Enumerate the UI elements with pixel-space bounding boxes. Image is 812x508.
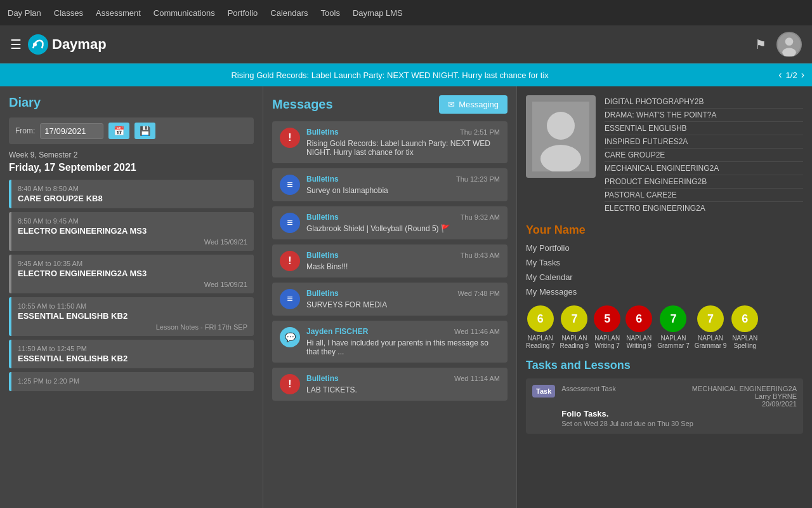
logo-icon xyxy=(28,34,48,55)
diary-event[interactable]: 1:25 PM to 2:20 PM xyxy=(9,372,254,391)
nav-communications[interactable]: Communications xyxy=(154,8,215,18)
message-item[interactable]: ≡ Bulletins Thu 12:23 PM Survey on Islam… xyxy=(272,168,508,201)
diary-event[interactable]: 9:45 AM to 10:35 AM ELECTRO ENGINEERING2… xyxy=(9,255,254,293)
naplan-label: NAPLANGrammar 9 xyxy=(695,335,727,350)
msg-sender: Bulletins xyxy=(306,289,339,298)
task-content: Assessment Task MECHANICAL ENGINEERING2A… xyxy=(561,385,797,427)
diary-event[interactable]: 8:50 AM to 9:45 AM ELECTRO ENGINEERING2A… xyxy=(9,212,254,251)
message-icon: ✉ xyxy=(448,100,455,109)
msg-body: Glazbrook Shield | Volleyball (Round 5) … xyxy=(306,224,500,233)
main-content: Diary From: 📅 💾 Week 9, Semester 2 Frida… xyxy=(0,86,812,508)
course-item[interactable]: PASTORAL CARE2E xyxy=(605,189,803,202)
naplan-item: 6 NAPLANSpelling xyxy=(731,305,758,350)
svg-point-0 xyxy=(29,35,48,54)
course-item[interactable]: DIGITAL PHOTOGRAPHY2B xyxy=(605,95,803,109)
profile-panel: DIGITAL PHOTOGRAPHY2B DRAMA: WHAT'S THE … xyxy=(517,86,812,508)
banner-navigation: ‹ 1/2 › xyxy=(778,69,804,81)
naplan-item: 7 NAPLANReading 9 xyxy=(560,305,589,350)
msg-time: Thu 9:32 AM xyxy=(461,213,500,221)
header-left: ☰ Daymap xyxy=(10,34,107,55)
hamburger-menu[interactable]: ☰ xyxy=(10,37,22,52)
course-item[interactable]: INSPIRED FUTURES2A xyxy=(605,135,803,149)
diary-event[interactable]: 10:55 AM to 11:50 AM ESSENTIAL ENGLISHB … xyxy=(9,297,254,336)
top-navigation: Day Plan Classes Assessment Communicatio… xyxy=(0,0,812,25)
message-item[interactable]: ! Bulletins Thu 2:51 PM Rising Gold Reco… xyxy=(272,121,508,163)
naplan-item: 7 NAPLANGrammar 7 xyxy=(657,305,690,350)
my-messages-link[interactable]: My Messages xyxy=(526,286,803,298)
nav-assessment[interactable]: Assessment xyxy=(96,8,141,18)
profile-top: DIGITAL PHOTOGRAPHY2B DRAMA: WHAT'S THE … xyxy=(526,95,803,215)
task-meta: Set on Wed 28 Jul and due on Thu 30 Sep xyxy=(561,420,797,427)
message-item[interactable]: ! Bulletins Thu 8:43 AM Mask Bins!!! xyxy=(272,244,508,277)
msg-body: Hi all, I have included your parents in … xyxy=(306,338,500,356)
header-right: ⚑ xyxy=(755,32,802,57)
my-tasks-link[interactable]: My Tasks xyxy=(526,257,803,269)
task-course: MECHANICAL ENGINEERING2A xyxy=(692,385,797,392)
naplan-circle: 5 xyxy=(594,305,620,332)
day-label: Friday, 17 September 2021 xyxy=(9,162,254,173)
save-button[interactable]: 💾 xyxy=(134,123,155,139)
svg-point-3 xyxy=(785,37,794,46)
messaging-button[interactable]: ✉ Messaging xyxy=(439,95,508,114)
diary-event[interactable]: 11:50 AM to 12:45 PM ESSENTIAL ENGLISHB … xyxy=(9,340,254,368)
naplan-label: NAPLANReading 9 xyxy=(560,335,589,350)
nav-tools[interactable]: Tools xyxy=(321,8,340,18)
banner-prev-button[interactable]: ‹ xyxy=(778,69,782,81)
naplan-label: NAPLANSpelling xyxy=(732,335,757,350)
message-item[interactable]: ! Bulletins Wed 11:14 AM LAB TICKETS. xyxy=(272,368,508,401)
event-time: 11:50 AM to 12:45 PM xyxy=(18,345,247,352)
event-time: 8:40 AM to 8:50 AM xyxy=(18,185,247,192)
messages-title: Messages xyxy=(272,97,333,112)
naplan-label: NAPLANWriting 9 xyxy=(626,335,652,350)
calendar-button[interactable]: 📅 xyxy=(108,123,129,139)
msg-body: SURVEYS FOR MEDIA xyxy=(306,300,500,309)
msg-sender: Bulletins xyxy=(306,128,339,137)
msg-time: Thu 2:51 PM xyxy=(460,128,500,136)
bulletin-icon: ≡ xyxy=(280,213,300,233)
flag-button[interactable]: ⚑ xyxy=(755,37,766,52)
nav-daymap-lms[interactable]: Daymap LMS xyxy=(353,8,403,18)
msg-time: Wed 11:14 AM xyxy=(454,375,500,382)
banner-next-button[interactable]: › xyxy=(801,69,804,81)
msg-sender: Bulletins xyxy=(306,251,339,260)
message-item[interactable]: 💬 Jayden FISCHER Wed 11:46 AM Hi all, I … xyxy=(272,321,508,363)
nav-calendars[interactable]: Calendars xyxy=(270,8,308,18)
my-portfolio-link[interactable]: My Portfolio xyxy=(526,242,803,254)
my-calendar-link[interactable]: My Calendar xyxy=(526,271,803,283)
banner-message: Rising Gold Records: Label Launch Party:… xyxy=(8,70,772,80)
announcement-banner: Rising Gold Records: Label Launch Party:… xyxy=(0,64,812,86)
event-name: ELECTRO ENGINEERING2A MS3 xyxy=(18,226,247,236)
nav-day-plan[interactable]: Day Plan xyxy=(8,8,41,18)
msg-sender: Jayden FISCHER xyxy=(306,327,368,336)
course-item[interactable]: MECHANICAL ENGINEERING2A xyxy=(605,162,803,175)
diary-panel: Diary From: 📅 💾 Week 9, Semester 2 Frida… xyxy=(0,86,263,508)
logo-text: Daymap xyxy=(52,36,107,53)
event-name: ESSENTIAL ENGLISHB KB2 xyxy=(18,311,247,321)
message-item[interactable]: ≡ Bulletins Wed 7:48 PM SURVEYS FOR MEDI… xyxy=(272,283,508,316)
task-item[interactable]: Task Assessment Task MECHANICAL ENGINEER… xyxy=(526,378,803,434)
msg-body: LAB TICKETS. xyxy=(306,385,500,394)
naplan-item: 5 NAPLANWriting 7 xyxy=(594,305,620,350)
naplan-label: NAPLANReading 7 xyxy=(526,335,555,350)
diary-event[interactable]: 8:40 AM to 8:50 AM CARE GROUP2E KB8 xyxy=(9,180,254,208)
course-item[interactable]: ESSENTIAL ENGLISHB xyxy=(605,122,803,135)
event-name: ESSENTIAL ENGLISHB KB2 xyxy=(18,354,247,363)
naplan-circle: 6 xyxy=(625,305,652,332)
event-name: CARE GROUP2E KB8 xyxy=(18,194,247,203)
nav-portfolio[interactable]: Portfolio xyxy=(228,8,258,18)
nav-classes[interactable]: Classes xyxy=(54,8,83,18)
user-avatar[interactable] xyxy=(776,32,802,57)
app-header: ☰ Daymap ⚑ xyxy=(0,25,812,64)
course-item[interactable]: PRODUCT ENGINEERING2B xyxy=(605,175,803,189)
message-item[interactable]: ≡ Bulletins Thu 9:32 AM Glazbrook Shield… xyxy=(272,206,508,239)
naplan-circle: 7 xyxy=(660,305,686,332)
date-input[interactable] xyxy=(40,123,103,139)
naplan-label: NAPLANGrammar 7 xyxy=(657,335,690,350)
course-item[interactable]: DRAMA: WHAT'S THE POINT?A xyxy=(605,109,803,122)
bulletin-icon: ! xyxy=(280,251,300,271)
course-item[interactable]: CARE GROUP2E xyxy=(605,149,803,162)
course-item[interactable]: ELECTRO ENGINEERING2A xyxy=(605,202,803,215)
msg-body: Survey on Islamaphobia xyxy=(306,186,500,195)
from-label: From: xyxy=(15,126,35,135)
bulletin-icon: ! xyxy=(280,128,300,148)
